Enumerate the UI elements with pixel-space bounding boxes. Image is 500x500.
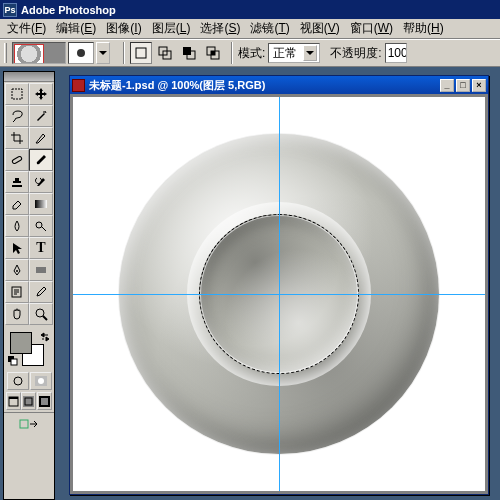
tool-type[interactable]: T <box>29 237 53 259</box>
selection-mode-new[interactable] <box>130 42 152 64</box>
svg-rect-8 <box>12 89 22 99</box>
droplet-icon <box>10 219 24 233</box>
tool-marquee-rect[interactable] <box>5 83 29 105</box>
standard-mode-button[interactable] <box>7 372 29 390</box>
move-icon <box>34 87 48 101</box>
tool-gradient[interactable] <box>29 193 53 215</box>
tool-zoom[interactable] <box>29 303 53 325</box>
document-area: 未标题-1.psd @ 100%(图层 5,RGB) _ □ × <box>55 67 500 500</box>
svg-rect-10 <box>35 200 47 208</box>
tool-pen[interactable] <box>5 259 29 281</box>
brush-preset-dropdown[interactable] <box>96 42 110 64</box>
chevron-down-icon <box>303 45 317 61</box>
blend-mode-select[interactable]: 正常 <box>268 43 320 63</box>
app-logo-icon: Ps <box>3 3 17 17</box>
dodge-icon <box>34 219 48 233</box>
tool-crop[interactable] <box>5 127 29 149</box>
tool-magic-wand[interactable] <box>29 105 53 127</box>
menu-layer[interactable]: 图层(L) <box>147 18 196 39</box>
svg-rect-17 <box>11 359 17 365</box>
menu-select[interactable]: 选择(S) <box>195 18 245 39</box>
tool-shape[interactable] <box>29 259 53 281</box>
jump-to-imageready-button[interactable] <box>4 412 54 434</box>
menu-window[interactable]: 窗口(W) <box>345 18 398 39</box>
tool-slice[interactable] <box>29 127 53 149</box>
window-close-button[interactable]: × <box>472 79 486 92</box>
svg-rect-27 <box>20 420 28 428</box>
tool-move[interactable] <box>29 83 53 105</box>
svg-rect-0 <box>136 48 146 58</box>
selection-mode-add[interactable] <box>154 42 176 64</box>
screenmode-full[interactable] <box>37 392 52 410</box>
document-title: 未标题-1.psd @ 100%(图层 5,RGB) <box>89 78 265 93</box>
standard-mode-icon <box>11 375 25 387</box>
type-icon: T <box>36 240 45 256</box>
menu-filter[interactable]: 滤镜(T) <box>245 18 294 39</box>
tool-path-select[interactable] <box>5 237 29 259</box>
document-body <box>70 94 488 494</box>
document-titlebar[interactable]: 未标题-1.psd @ 100%(图层 5,RGB) _ □ × <box>70 76 488 94</box>
brush-icon <box>34 153 48 167</box>
window-minimize-button[interactable]: _ <box>440 79 454 92</box>
tool-lasso[interactable] <box>5 105 29 127</box>
brush-thumbnail[interactable] <box>12 42 66 64</box>
fullmenu-icon <box>23 396 34 407</box>
menu-edit[interactable]: 编辑(E) <box>51 18 101 39</box>
separator <box>123 42 125 64</box>
pen-icon <box>10 263 24 277</box>
svg-rect-13 <box>36 267 46 273</box>
arrow-cursor-icon <box>10 241 24 255</box>
tool-blur[interactable] <box>5 215 29 237</box>
squares-add-icon <box>158 46 172 60</box>
menu-image[interactable]: 图像(I) <box>101 18 146 39</box>
svg-point-11 <box>36 222 42 228</box>
tool-grid: T <box>4 82 54 326</box>
menu-help[interactable]: 帮助(H) <box>398 18 449 39</box>
lasso-icon <box>10 109 24 123</box>
document-file-icon <box>72 79 85 92</box>
blend-mode-value: 正常 <box>273 45 297 62</box>
screenmode-standard[interactable] <box>6 392 21 410</box>
selection-mode-subtract[interactable] <box>178 42 200 64</box>
screenmode-fullmenubar[interactable] <box>21 392 36 410</box>
toolbox-titlebar[interactable] <box>4 72 54 82</box>
slice-icon <box>34 131 48 145</box>
svg-point-12 <box>16 270 18 272</box>
tool-healing-brush[interactable] <box>5 149 29 171</box>
tool-hand[interactable] <box>5 303 29 325</box>
color-swatches <box>6 330 52 370</box>
tool-dodge[interactable] <box>29 215 53 237</box>
default-colors-icon[interactable] <box>8 355 18 365</box>
tool-eraser[interactable] <box>5 193 29 215</box>
artwork-disc-outer <box>119 134 439 454</box>
note-icon <box>10 285 24 299</box>
selection-mode-intersect[interactable] <box>202 42 224 64</box>
opacity-input[interactable]: 100 <box>385 43 407 63</box>
wand-icon <box>34 109 48 123</box>
window-icon <box>8 396 19 407</box>
tool-clone-stamp[interactable] <box>5 171 29 193</box>
brush-preset-preview[interactable] <box>68 42 94 64</box>
separator <box>231 42 233 64</box>
foreground-color-swatch[interactable] <box>10 332 32 354</box>
menu-file[interactable]: 文件(F) <box>2 18 51 39</box>
eraser-icon <box>10 197 24 211</box>
tool-brush[interactable] <box>29 149 53 171</box>
bandaid-icon <box>10 153 24 167</box>
tool-notes[interactable] <box>5 281 29 303</box>
square-icon <box>134 46 148 60</box>
svg-point-20 <box>38 378 44 384</box>
quickmask-row <box>4 372 54 392</box>
opacity-label: 不透明度: <box>330 45 381 62</box>
menu-view[interactable]: 视图(V) <box>295 18 345 39</box>
quickmask-mode-button[interactable] <box>30 372 52 390</box>
window-maximize-button[interactable]: □ <box>456 79 470 92</box>
mode-label: 模式: <box>238 45 265 62</box>
svg-point-18 <box>14 377 22 385</box>
optionsbar-grip[interactable] <box>4 43 7 63</box>
tool-history-brush[interactable] <box>29 171 53 193</box>
swap-colors-icon[interactable] <box>40 331 50 341</box>
tool-eyedropper[interactable] <box>29 281 53 303</box>
canvas[interactable] <box>73 97 485 491</box>
screenmode-row <box>4 392 54 412</box>
